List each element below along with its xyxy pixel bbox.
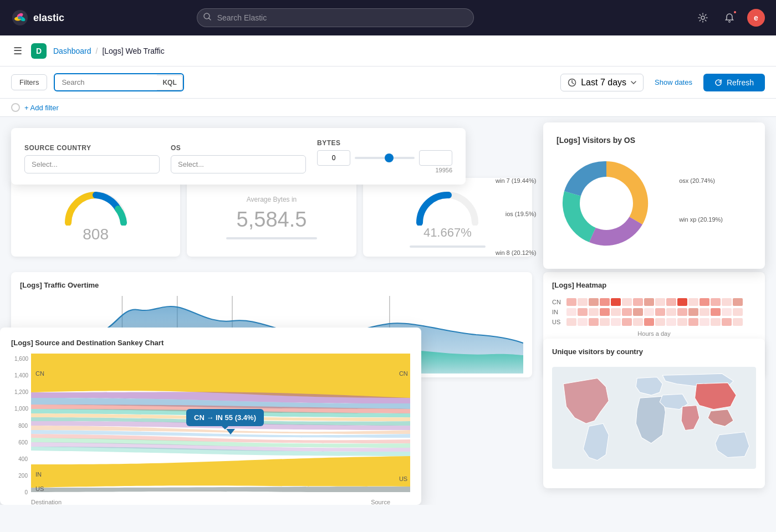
filter-card: Source Country Select... OS Select... By… xyxy=(11,128,466,185)
kql-badge[interactable]: KQL xyxy=(157,75,182,90)
breadcrumb-separator: / xyxy=(96,47,98,55)
refresh-label: Refresh xyxy=(727,78,754,87)
dashboard-badge: D xyxy=(31,43,47,59)
add-filter-label[interactable]: + Add filter xyxy=(24,104,59,112)
metric-card-2: Average Bytes in 5,584.5 xyxy=(187,178,356,257)
svg-text:IN: IN xyxy=(35,471,42,478)
world-map xyxy=(552,362,756,473)
topbar: elastic e xyxy=(0,0,776,35)
avg-bytes-value: 5,584.5 xyxy=(237,208,307,232)
topbar-actions: e xyxy=(694,9,765,27)
user-avatar[interactable]: e xyxy=(747,9,765,27)
svg-text:CN: CN xyxy=(35,370,44,377)
os-legend-osx: osx (20.74%) xyxy=(679,176,723,187)
refresh-icon xyxy=(714,79,722,86)
source-country-select[interactable]: Select... xyxy=(24,155,160,173)
sankey-card: [Logs] Source and Destination Sankey Cha… xyxy=(0,328,421,505)
map-title: Unique visitors by country xyxy=(552,347,756,356)
os-select[interactable]: Select... xyxy=(171,155,306,173)
metric-card-1: 808 xyxy=(11,178,180,257)
add-filter-radio xyxy=(11,103,20,112)
svg-point-10 xyxy=(580,177,633,230)
visitors-os-card: [Logs] Visitors by OS win 7 (19.44%) ios… xyxy=(543,122,765,269)
heatmap-row-cn: CN xyxy=(552,298,756,306)
sankey-x-right: Source xyxy=(371,499,390,505)
os-label: OS xyxy=(171,144,306,152)
time-picker[interactable]: Last 7 days xyxy=(560,74,644,91)
bytes-range-slider[interactable] xyxy=(355,157,415,159)
filter-search-input[interactable] xyxy=(55,74,161,90)
range-thumb[interactable] xyxy=(385,154,394,162)
gauge-1 xyxy=(63,187,129,226)
os-legend-win7: win 7 (19.44%) xyxy=(496,176,536,187)
avg-bytes-label: Average Bytes in xyxy=(247,196,297,203)
svg-point-8 xyxy=(728,21,730,23)
bytes-max-input[interactable] xyxy=(419,150,452,166)
gauge-3 xyxy=(414,187,481,226)
search-input[interactable] xyxy=(197,8,474,27)
svg-text:US: US xyxy=(399,475,407,482)
sankey-tooltip-text: CN → IN 55 (3.4%) xyxy=(194,413,256,422)
breadcrumb-current: [Logs] Web Traffic xyxy=(102,47,164,55)
time-range-label: Last 7 days xyxy=(581,78,626,88)
heatmap-title: [Logs] Heatmap xyxy=(552,281,756,289)
refresh-button[interactable]: Refresh xyxy=(703,74,765,91)
show-dates-button[interactable]: Show dates xyxy=(650,75,697,90)
breadcrumb: Dashboard / [Logs] Web Traffic xyxy=(53,47,165,55)
main-area: ☰ D Dashboard / [Logs] Web Traffic Filte… xyxy=(0,35,776,532)
elastic-logo-text: elastic xyxy=(33,12,64,24)
heatmap-label-in: IN xyxy=(552,309,565,315)
add-filter-row[interactable]: + Add filter xyxy=(0,99,776,117)
hamburger-menu[interactable]: ☰ xyxy=(11,43,24,59)
settings-icon-btn[interactable] xyxy=(694,9,712,27)
os-legend-winxp: win xp (20.19%) xyxy=(679,214,723,226)
metric-value-3: 41.667% xyxy=(423,226,472,240)
breadcrumb-parent[interactable]: Dashboard xyxy=(53,47,91,55)
metric-value-1: 808 xyxy=(83,226,109,243)
svg-text:US: US xyxy=(35,485,44,492)
os-legend-win8: win 8 (20.12%) xyxy=(496,248,536,259)
bytes-label: Bytes xyxy=(317,139,452,147)
chevron-down-icon xyxy=(631,81,636,84)
heatmap-label-us: US xyxy=(552,319,565,325)
svg-point-4 xyxy=(18,16,22,19)
notification-dot xyxy=(733,10,737,14)
filters-button[interactable]: Filters xyxy=(11,74,47,90)
svg-line-6 xyxy=(209,18,211,20)
sankey-x-left: Destination xyxy=(31,499,62,505)
metrics-row: 808 Average Bytes in 5,584.5 41.667% xyxy=(11,178,532,257)
traffic-title: [Logs] Traffic Overtime xyxy=(20,281,523,289)
filter-bar: Filters KQL Last 7 days Show dates Refre… xyxy=(0,66,776,99)
search-icon xyxy=(203,13,211,23)
heatmap-label-cn: CN xyxy=(552,299,565,305)
visitors-os-title: [Logs] Visitors by OS xyxy=(557,136,752,145)
sankey-title: [Logs] Source and Destination Sankey Cha… xyxy=(11,339,410,347)
source-country-label: Source Country xyxy=(24,144,160,152)
map-card: Unique visitors by country xyxy=(543,339,765,488)
elastic-logo[interactable]: elastic xyxy=(11,9,64,27)
sankey-tooltip: CN → IN 55 (3.4%) xyxy=(186,409,264,426)
svg-point-7 xyxy=(701,16,704,19)
heatmap-row-in: IN xyxy=(552,308,756,316)
notifications-icon-btn[interactable] xyxy=(721,9,738,27)
svg-text:CN: CN xyxy=(399,370,408,377)
toolbar-panel: ☰ D Dashboard / [Logs] Web Traffic xyxy=(0,35,776,66)
donut-chart xyxy=(557,154,656,253)
heatmap-row-us: US xyxy=(552,318,756,326)
heatmap-x-label: Hours a day xyxy=(552,330,756,337)
clock-icon xyxy=(568,78,576,87)
os-legend-ios: ios (19.5%) xyxy=(496,209,536,220)
bytes-min-input[interactable] xyxy=(317,150,350,166)
global-search-bar[interactable] xyxy=(197,8,474,27)
bytes-max-label: 19956 xyxy=(317,167,452,173)
